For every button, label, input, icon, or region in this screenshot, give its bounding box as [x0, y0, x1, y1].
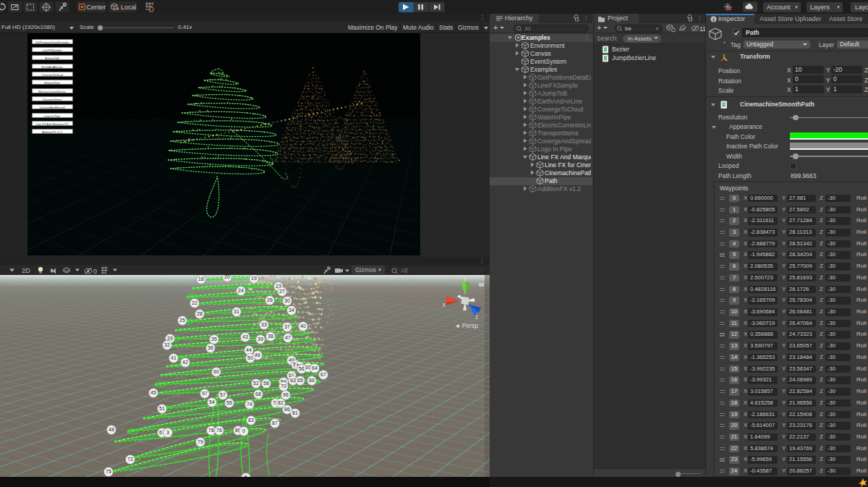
svg-text:38: 38: [268, 334, 273, 339]
svg-text:58: 58: [263, 381, 269, 386]
svg-text:i: i: [713, 17, 715, 22]
svg-text:96: 96: [283, 392, 289, 397]
svg-text:33: 33: [261, 322, 267, 327]
svg-text:60: 60: [213, 369, 219, 374]
svg-text:29: 29: [167, 336, 173, 341]
svg-text:79: 79: [197, 439, 203, 444]
svg-text:11: 11: [699, 25, 705, 33]
svg-text:72: 72: [127, 457, 133, 462]
svg-text:2D: 2D: [22, 267, 30, 274]
svg-text:0: 0: [93, 268, 97, 275]
svg-text:Local: Local: [121, 4, 137, 11]
svg-text:66: 66: [309, 378, 315, 383]
svg-text:86: 86: [284, 407, 290, 412]
svg-text:70: 70: [281, 384, 286, 389]
svg-text:40: 40: [300, 323, 306, 329]
svg-text:31: 31: [234, 309, 239, 314]
svg-text:19: 19: [251, 276, 257, 281]
svg-text:0: 0: [242, 428, 245, 433]
svg-text:57: 57: [220, 392, 226, 397]
svg-text:25: 25: [179, 318, 185, 323]
svg-text:74: 74: [247, 402, 252, 407]
svg-text:97: 97: [202, 391, 208, 396]
svg-text:65: 65: [297, 378, 303, 383]
svg-text:55: 55: [226, 400, 232, 405]
svg-text:35: 35: [211, 336, 217, 342]
svg-text:67: 67: [320, 372, 326, 377]
svg-text:46: 46: [255, 352, 260, 357]
svg-text:87: 87: [272, 420, 278, 425]
svg-text:22: 22: [192, 300, 197, 305]
svg-text:18: 18: [198, 276, 204, 281]
svg-text:68: 68: [255, 391, 261, 397]
svg-text:42: 42: [182, 360, 188, 365]
svg-text:83: 83: [248, 418, 254, 423]
svg-text:81: 81: [292, 410, 298, 415]
svg-text:26: 26: [267, 297, 273, 302]
svg-text:27: 27: [279, 289, 285, 294]
svg-text:78: 78: [208, 428, 214, 433]
svg-text:52: 52: [253, 381, 259, 386]
svg-text:50: 50: [247, 355, 253, 360]
svg-text:32: 32: [164, 342, 170, 347]
svg-text:47: 47: [285, 335, 291, 340]
svg-text:24: 24: [238, 288, 244, 293]
svg-text:48: 48: [109, 427, 114, 432]
svg-text:30: 30: [284, 298, 290, 303]
svg-text:45: 45: [150, 390, 156, 395]
svg-text:76: 76: [216, 428, 222, 433]
svg-text:39: 39: [258, 336, 263, 342]
svg-text:43: 43: [242, 334, 248, 339]
svg-text:75: 75: [106, 469, 111, 474]
svg-text:41: 41: [171, 355, 176, 360]
svg-text:z: z: [475, 313, 478, 321]
svg-text:44: 44: [246, 347, 252, 352]
svg-text:3: 3: [166, 430, 169, 435]
svg-text:82: 82: [278, 400, 284, 405]
svg-text:34: 34: [289, 308, 294, 313]
svg-text:◄ Persp: ◄ Persp: [454, 322, 478, 329]
svg-text:64: 64: [312, 365, 318, 370]
svg-text:51: 51: [159, 406, 165, 411]
svg-text:36: 36: [208, 345, 213, 350]
svg-text:Center: Center: [87, 4, 106, 11]
svg-text:62: 62: [290, 378, 296, 383]
svg-text:37: 37: [284, 324, 290, 329]
svg-text:28: 28: [197, 311, 203, 316]
svg-text:54: 54: [209, 399, 215, 405]
svg-text:20: 20: [224, 275, 230, 279]
